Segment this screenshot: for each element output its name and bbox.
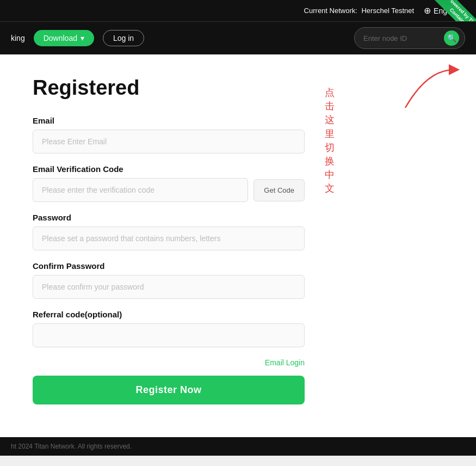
email-login-link[interactable]: Email Login — [33, 358, 305, 367]
verification-input[interactable] — [33, 178, 248, 202]
main-content: 点击这里切换中文 Registered Email Email Verifica… — [0, 54, 476, 437]
register-button[interactable]: Register Now — [33, 376, 305, 404]
verification-group: Email Verification Code Get Code — [33, 164, 443, 202]
logo-text: king — [11, 34, 25, 42]
email-group: Email — [33, 116, 443, 154]
confirm-password-input[interactable] — [33, 275, 305, 299]
register-button-label: Register Now — [135, 384, 201, 395]
download-button[interactable]: Download ▾ — [34, 30, 94, 46]
referral-label: Referral code(optional) — [33, 310, 443, 319]
network-label-text: Current Network: — [304, 7, 357, 15]
login-button[interactable]: Log in — [103, 30, 144, 46]
annotation-arrow — [400, 64, 465, 119]
network-label: Current Network: Herschel Testnet — [304, 7, 414, 15]
search-button[interactable]: 🔍 — [444, 30, 459, 46]
get-code-button[interactable]: Get Code — [254, 179, 305, 201]
confirm-password-label: Confirm Password — [33, 261, 443, 271]
password-group: Password — [33, 213, 443, 250]
navbar: king Download ▾ Log in 🔍 — [0, 21, 476, 54]
powered-by-ribbon: Powered by Titan Container — [430, 0, 476, 21]
verification-row: Get Code — [33, 178, 305, 202]
ribbon-text: Powered by Titan Container — [434, 0, 476, 21]
download-chevron-icon: ▾ — [81, 34, 84, 42]
password-label: Password — [33, 213, 443, 222]
top-banner: Current Network: Herschel Testnet ⊕ Engl… — [0, 0, 476, 21]
chinese-annotation: 点击这里切换中文 — [325, 86, 335, 196]
network-name: Herschel Testnet — [361, 7, 414, 15]
email-label: Email — [33, 116, 443, 125]
referral-input[interactable]: yuLDvR — [33, 323, 305, 347]
confirm-password-group: Confirm Password — [33, 261, 443, 299]
password-input[interactable] — [33, 226, 305, 250]
verification-label: Email Verification Code — [33, 164, 443, 174]
login-label: Log in — [113, 34, 134, 42]
get-code-label: Get Code — [264, 186, 294, 194]
email-input[interactable] — [33, 130, 305, 154]
node-id-input[interactable] — [363, 34, 440, 42]
download-label: Download — [44, 34, 77, 42]
footer-copyright: ht 2024 Titan Network. All rights reserv… — [11, 443, 132, 450]
footer: ht 2024 Titan Network. All rights reserv… — [0, 437, 476, 456]
page-title: Registered — [33, 76, 443, 100]
search-icon: 🔍 — [447, 34, 456, 42]
node-id-search-wrap: 🔍 — [354, 27, 465, 49]
referral-group: Referral code(optional) yuLDvR — [33, 310, 443, 347]
